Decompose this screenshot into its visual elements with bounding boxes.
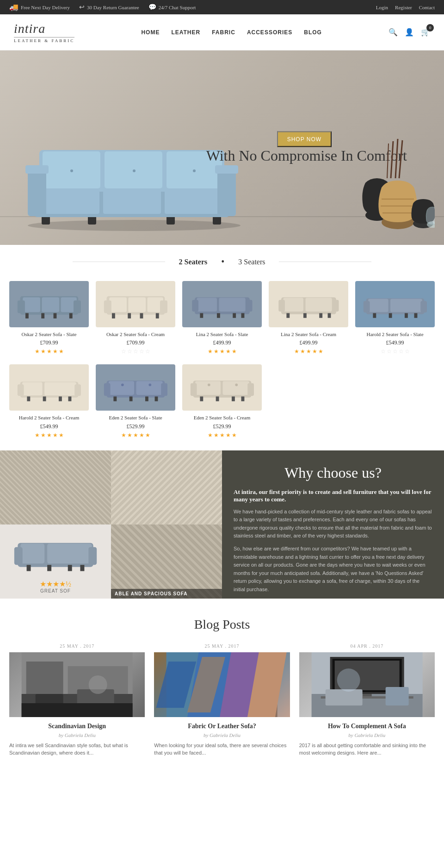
product-image-3: [182, 281, 262, 327]
product-price-1: £709.99: [9, 339, 89, 346]
svg-rect-116: [68, 565, 72, 571]
product-name-4: Lina 2 Seater Sofa - Cream: [269, 331, 348, 337]
blog-card-3[interactable]: 04 APR . 2017 How To Complement A Sofa: [299, 643, 435, 757]
why-content: Why choose us? At intira, our first prio…: [222, 450, 444, 599]
product-card-7[interactable]: Eden 2 Seater Sofa - Slate £529.99 ★★★★★: [96, 364, 175, 438]
svg-rect-112: [14, 547, 23, 565]
svg-rect-91: [161, 383, 167, 396]
product-price-8: £529.99: [182, 423, 262, 430]
svg-rect-83: [27, 397, 30, 401]
blog-image-2: [154, 652, 290, 717]
product-card-3[interactable]: Lina 2 Seater Sofa - Slate £499.99 ★★★★★: [182, 281, 262, 355]
blog-author-3: by Gabriela Deliu: [299, 732, 435, 738]
product-card-5[interactable]: Harold 2 Seater Sofa - Slate £549.99 ☆☆☆…: [355, 281, 435, 355]
svg-rect-56: [200, 313, 203, 318]
register-link[interactable]: Register: [395, 5, 412, 10]
cart-count: 0: [426, 24, 434, 31]
shop-now-button[interactable]: SHOP NOW: [277, 131, 332, 147]
product-card-6[interactable]: Harold 2 Seater Sofa - Cream £549.99 ★★★…: [9, 364, 89, 438]
svg-rect-117: [80, 565, 84, 571]
product-stars-2: ☆☆☆☆☆: [96, 348, 175, 355]
nav-home[interactable]: HOME: [141, 29, 160, 36]
product-stars-5: ☆☆☆☆☆: [355, 348, 435, 355]
tab-3-seaters[interactable]: 3 Seaters: [238, 258, 265, 266]
nav-leather[interactable]: LEATHER: [171, 29, 200, 36]
chat-icon: [148, 3, 156, 11]
svg-rect-52: [197, 298, 216, 312]
svg-point-19: [193, 169, 196, 172]
blog-excerpt-2: When looking for your ideal sofa, there …: [154, 742, 290, 757]
svg-rect-49: [140, 313, 143, 318]
contact-link[interactable]: Contact: [419, 5, 435, 10]
product-image-5: [355, 281, 435, 327]
blog-card-1[interactable]: 25 MAY . 2017 Scandinavian Design by Gab…: [9, 643, 145, 757]
svg-rect-106: [216, 397, 219, 401]
blog-card-2[interactable]: 25 MAY . 2017 Fabric Or Leather Sofa? by…: [154, 643, 290, 757]
svg-rect-90: [104, 383, 110, 396]
svg-rect-43: [128, 297, 146, 312]
product-name-7: Eden 2 Seater Sofa - Slate: [96, 414, 175, 421]
svg-rect-57: [217, 313, 220, 318]
logo[interactable]: intira LEATHER & FABRIC: [14, 21, 74, 43]
product-card-8[interactable]: Eden 2 Seater Sofa - Cream £529.99 ★★★★★: [182, 364, 262, 438]
blog-grid: 25 MAY . 2017 Scandinavian Design by Gab…: [9, 643, 435, 757]
why-section: ★★★★½ GREAT SOF ABLE AND SPACIOUS SOFA W…: [0, 450, 444, 599]
svg-rect-39: [53, 313, 56, 318]
svg-rect-97: [154, 397, 158, 401]
cart-icon[interactable]: 🛒 0: [421, 28, 430, 37]
seater-tabs: 2 Seaters • 3 Seaters: [0, 245, 444, 274]
nav-accessories[interactable]: ACCESSORIES: [247, 29, 292, 36]
svg-rect-9: [165, 186, 223, 214]
svg-rect-85: [59, 397, 62, 401]
svg-rect-125: [22, 703, 133, 717]
product-card-2[interactable]: Oskar 2 Seater Sofa - Cream £709.99 ☆☆☆☆…: [96, 281, 175, 355]
nav-blog[interactable]: BLOG: [304, 29, 322, 36]
blog-author-2: by Gabriela Deliu: [154, 732, 290, 738]
product-card-1[interactable]: Oskar 2 Seater Sofa - Slate £709.99 ★★★★…: [9, 281, 89, 355]
svg-rect-16: [215, 165, 238, 174]
search-icon[interactable]: 🔍: [388, 28, 398, 37]
svg-rect-84: [43, 397, 46, 401]
product-price-3: £499.99: [182, 339, 262, 346]
account-icon[interactable]: 👤: [405, 28, 414, 37]
why-para1: We have hand-picked a collection of mid-…: [234, 508, 432, 540]
svg-rect-35: [17, 300, 25, 313]
blog-author-1: by Gabriela Deliu: [9, 732, 145, 738]
product-price-7: £529.99: [96, 423, 175, 430]
blog-date-1: 25 MAY . 2017: [9, 643, 145, 649]
svg-rect-42: [109, 297, 127, 312]
login-link[interactable]: Login: [376, 5, 388, 10]
svg-rect-141: [325, 689, 362, 706]
header-icons: 🔍 👤 🛒 0: [388, 28, 430, 37]
product-card-4[interactable]: Lina 2 Seater Sofa - Cream £499.99 ★★★★★: [269, 281, 348, 355]
chat-info: 24/7 Chat Support: [148, 3, 196, 11]
tab-separator: •: [221, 256, 224, 267]
logo-subtitle: LEATHER & FABRIC: [14, 37, 74, 43]
svg-rect-99: [195, 381, 221, 395]
svg-rect-66: [303, 313, 307, 318]
why-images: ★★★★½ GREAT SOF ABLE AND SPACIOUS SOFA: [0, 450, 222, 599]
nav-fabric[interactable]: FABRIC: [212, 29, 235, 36]
svg-rect-48: [128, 313, 131, 318]
blog-section: Blog Posts 25 MAY . 2017 Scandinavian De…: [0, 599, 444, 766]
svg-point-18: [133, 169, 136, 172]
svg-line-20: [391, 141, 393, 178]
product-name-8: Eden 2 Seater Sofa - Cream: [182, 414, 262, 421]
svg-rect-102: [247, 383, 254, 396]
svg-rect-50: [155, 313, 159, 318]
svg-line-22: [399, 140, 402, 178]
svg-point-142: [337, 668, 360, 692]
svg-rect-86: [68, 397, 71, 401]
product-image-2: [96, 281, 175, 327]
svg-rect-40: [69, 313, 72, 318]
tab-line-right: [279, 262, 371, 262]
product-name-3: Lina 2 Seater Sofa - Slate: [182, 331, 262, 337]
why-overlay-text: ABLE AND SPACIOUS SOFA: [111, 589, 222, 599]
product-stars-6: ★★★★★: [9, 432, 89, 439]
svg-rect-47: [112, 313, 115, 318]
svg-rect-120: [26, 662, 63, 694]
decor-svg: [352, 137, 435, 229]
why-para2: So, how else are we different from our c…: [234, 545, 432, 594]
svg-rect-59: [241, 313, 244, 318]
tab-2-seaters[interactable]: 2 Seaters: [179, 258, 208, 266]
